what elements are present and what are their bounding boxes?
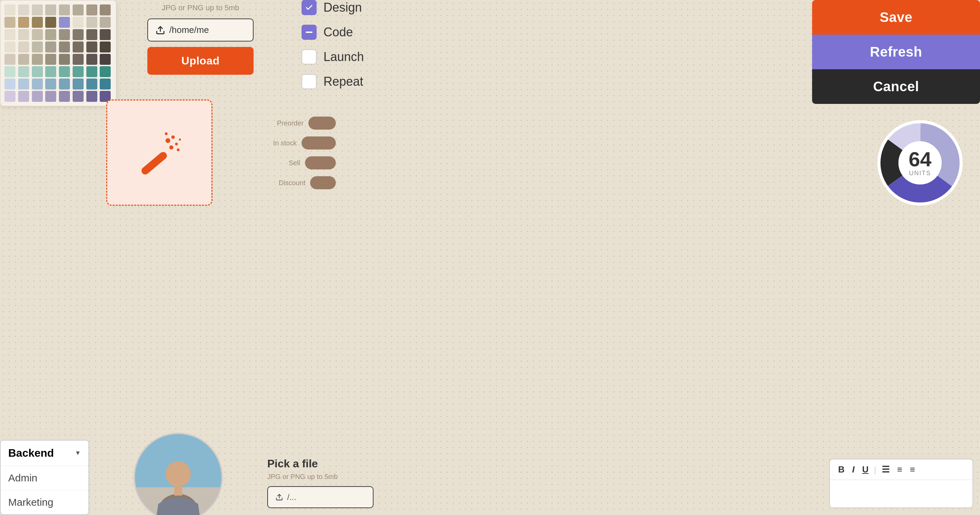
color-cell[interactable] — [32, 41, 43, 53]
refresh-button[interactable]: Refresh — [812, 35, 980, 69]
checkbox-code[interactable]: Code — [302, 25, 411, 40]
checkbox-design[interactable]: Design — [302, 0, 411, 15]
checkbox-repeat[interactable]: Repeat — [302, 74, 411, 89]
color-cell[interactable] — [100, 29, 111, 40]
color-cell[interactable] — [59, 41, 70, 53]
color-cell[interactable] — [32, 29, 43, 40]
color-cell[interactable] — [18, 91, 29, 102]
color-cell[interactable] — [86, 78, 97, 89]
pick-file-input[interactable]: /... — [267, 486, 374, 508]
color-cell[interactable] — [32, 5, 43, 16]
editor-body[interactable] — [830, 480, 972, 507]
color-cell[interactable] — [73, 66, 84, 77]
color-cell[interactable] — [86, 41, 97, 53]
color-cell[interactable] — [45, 5, 56, 16]
color-cell[interactable] — [86, 5, 97, 16]
bar-label-preorder: Preorder — [273, 119, 304, 127]
color-cell[interactable] — [86, 54, 97, 65]
color-cell[interactable] — [5, 91, 16, 102]
pick-file-section: Pick a file JPG or PNG up to 5mb /... — [267, 458, 374, 508]
color-cell[interactable] — [5, 41, 16, 53]
donut-chart-section: 64 UNITS — [867, 110, 973, 216]
color-cell[interactable] — [100, 5, 111, 16]
color-cell[interactable] — [18, 78, 29, 89]
text-editor-section: B I U | ☰ ≡ ≡ — [829, 459, 973, 508]
svg-rect-1 — [140, 150, 168, 176]
file-input-box[interactable]: /home/me — [147, 19, 254, 41]
color-cell[interactable] — [18, 66, 29, 77]
toolbar-align-left-button[interactable]: ☰ — [880, 464, 892, 475]
magic-wand-card[interactable] — [106, 99, 212, 206]
color-cell[interactable] — [45, 41, 56, 53]
toolbar-align-center-button[interactable]: ≡ — [895, 464, 904, 475]
color-cell[interactable] — [59, 5, 70, 16]
color-grid — [5, 5, 112, 102]
upload-button[interactable]: Upload — [147, 47, 254, 75]
color-cell[interactable] — [100, 54, 111, 65]
color-cell[interactable] — [32, 17, 43, 28]
checkbox-launch[interactable]: Launch — [302, 49, 411, 64]
color-cell[interactable] — [59, 66, 70, 77]
color-cell[interactable] — [73, 91, 84, 102]
dropdown-item-marketing[interactable]: Marketing — [1, 490, 88, 514]
toolbar-separator: | — [874, 465, 876, 475]
toolbar-bold-button[interactable]: B — [836, 464, 847, 475]
color-cell[interactable] — [73, 29, 84, 40]
checkbox-launch-box[interactable] — [302, 49, 317, 64]
color-cell[interactable] — [100, 41, 111, 53]
color-cell[interactable] — [73, 78, 84, 89]
color-cell[interactable] — [86, 91, 97, 102]
color-cell[interactable] — [32, 54, 43, 65]
dropdown-section[interactable]: Backend ▼ Admin Marketing — [0, 440, 89, 515]
pick-file-hint: JPG or PNG up to 5mb — [267, 473, 374, 481]
toolbar-align-right-button[interactable]: ≡ — [908, 464, 917, 475]
color-cell[interactable] — [86, 17, 97, 28]
color-cell[interactable] — [18, 54, 29, 65]
color-cell[interactable] — [86, 29, 97, 40]
color-cell[interactable] — [100, 66, 111, 77]
color-cell[interactable] — [5, 17, 16, 28]
color-cell[interactable] — [86, 66, 97, 77]
color-cell[interactable] — [73, 17, 84, 28]
color-cell[interactable] — [45, 54, 56, 65]
color-cell[interactable] — [59, 78, 70, 89]
checkbox-code-box[interactable] — [302, 25, 317, 40]
color-cell[interactable] — [45, 78, 56, 89]
color-cell[interactable] — [5, 78, 16, 89]
color-cell[interactable] — [5, 5, 16, 16]
color-cell[interactable] — [32, 66, 43, 77]
dropdown-item-admin[interactable]: Admin — [1, 466, 88, 490]
color-cell[interactable] — [5, 66, 16, 77]
color-cell[interactable] — [45, 29, 56, 40]
toolbar-underline-button[interactable]: U — [860, 464, 871, 475]
color-cell[interactable] — [73, 5, 84, 16]
pick-file-placeholder: /... — [287, 493, 296, 502]
color-cell[interactable] — [59, 29, 70, 40]
color-cell[interactable] — [18, 29, 29, 40]
color-cell[interactable] — [45, 66, 56, 77]
color-cell[interactable] — [18, 41, 29, 53]
color-cell[interactable] — [5, 54, 16, 65]
color-cell[interactable] — [59, 54, 70, 65]
color-cell[interactable] — [5, 29, 16, 40]
color-cell[interactable] — [73, 41, 84, 53]
color-cell[interactable] — [59, 91, 70, 102]
checkbox-repeat-box[interactable] — [302, 74, 317, 89]
color-cell[interactable] — [32, 78, 43, 89]
color-cell[interactable] — [18, 17, 29, 28]
svg-point-8 — [179, 139, 181, 140]
color-cell[interactable] — [73, 54, 84, 65]
toolbar-italic-button[interactable]: I — [850, 464, 857, 475]
color-cell[interactable] — [100, 17, 111, 28]
color-cell[interactable] — [45, 17, 56, 28]
color-cell[interactable] — [32, 91, 43, 102]
color-cell[interactable] — [59, 17, 70, 28]
cancel-button[interactable]: Cancel — [812, 69, 980, 104]
color-cell[interactable] — [18, 5, 29, 16]
save-button[interactable]: Save — [812, 0, 980, 35]
color-cell[interactable] — [45, 91, 56, 102]
donut-units: UNITS — [909, 170, 932, 177]
checkbox-design-box[interactable] — [302, 0, 317, 15]
dropdown-selected[interactable]: Backend ▼ — [1, 441, 88, 466]
color-cell[interactable] — [100, 78, 111, 89]
